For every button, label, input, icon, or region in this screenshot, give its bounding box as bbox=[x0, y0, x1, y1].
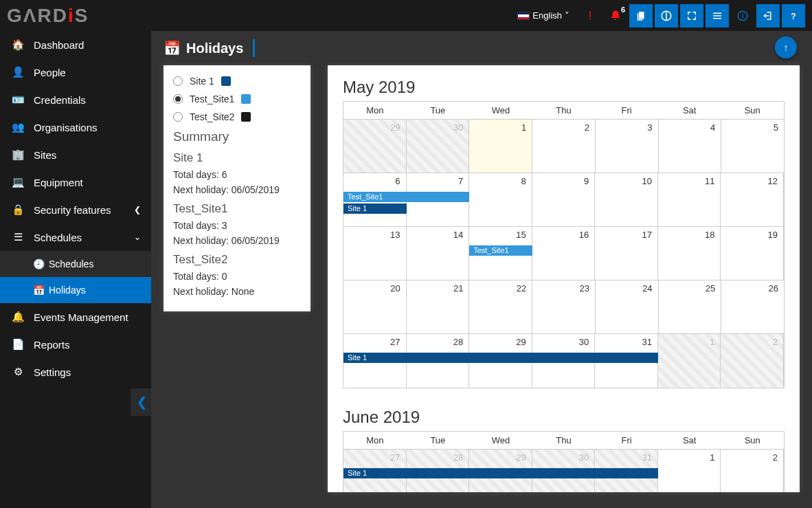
bell-icon bbox=[609, 10, 622, 22]
calendar-cell[interactable]: 2 bbox=[532, 120, 596, 173]
nav-schedules[interactable]: ☰Schedules⌄ bbox=[0, 223, 151, 251]
calendar-cell[interactable]: 21 bbox=[407, 280, 470, 333]
summary-total: Total days: 3 bbox=[173, 220, 301, 231]
nav-security[interactable]: 🔒Security features❮ bbox=[0, 196, 151, 223]
day-header: Sun bbox=[721, 432, 784, 449]
day-number: 1 bbox=[710, 337, 714, 347]
calendar-event[interactable]: Site 1 bbox=[343, 353, 658, 363]
calendar-cell[interactable]: 22 bbox=[469, 280, 532, 333]
user-icon: 👤 bbox=[10, 66, 25, 78]
day-number: 23 bbox=[579, 283, 589, 294]
nav-label: Credentials bbox=[34, 94, 86, 106]
flag-icon bbox=[517, 12, 530, 20]
nav-label: Organisations bbox=[34, 122, 98, 133]
site-label: Test_Site2 bbox=[190, 111, 234, 122]
calendar-cell[interactable]: 13 bbox=[343, 227, 407, 280]
summary-total: Total days: 0 bbox=[173, 271, 301, 282]
nav-credentials[interactable]: 🪪Credentials bbox=[0, 86, 151, 113]
calendar-cell[interactable]: 11 bbox=[658, 173, 721, 226]
sidebar: 🏠Dashboard 👤People 🪪Credentials 👥Organis… bbox=[0, 31, 151, 508]
calendar-event[interactable]: Test_Site1 bbox=[469, 245, 532, 256]
day-number: 2 bbox=[585, 122, 589, 133]
svg-text:?: ? bbox=[791, 11, 796, 21]
calendar-event[interactable]: Test_Site1 bbox=[343, 192, 469, 202]
calendar-event[interactable]: Site 1 bbox=[343, 203, 407, 214]
calendar-cell[interactable]: 24 bbox=[596, 280, 659, 333]
menu-button[interactable] bbox=[706, 4, 729, 27]
day-header: Wed bbox=[469, 102, 532, 119]
day-number: 28 bbox=[453, 452, 463, 463]
calendar-grid: MonTueWedThuFriSatSun2930123456789101112… bbox=[343, 101, 785, 388]
nav-settings[interactable]: ⚙Settings bbox=[0, 358, 151, 386]
calendar-cell[interactable]: 29 bbox=[343, 120, 407, 173]
site-option-0[interactable]: Site 1 bbox=[173, 76, 301, 87]
calendar-cell[interactable]: 1 bbox=[658, 450, 721, 492]
nav-label: Dashboard bbox=[34, 39, 84, 51]
calendar-event[interactable]: Site 1 bbox=[343, 468, 658, 478]
summary-next: Next holiday: 06/05/2019 bbox=[173, 184, 301, 195]
help-button[interactable]: ? bbox=[782, 4, 805, 27]
sidebar-collapse-button[interactable]: ❮ bbox=[131, 388, 153, 416]
calendar-panel[interactable]: May 2019MonTueWedThuFriSatSun29301234567… bbox=[328, 65, 800, 492]
day-number: 4 bbox=[710, 122, 715, 133]
site-option-2[interactable]: Test_Site2 bbox=[173, 111, 301, 122]
calendar-cell[interactable]: 30 bbox=[407, 120, 470, 173]
calendar-cell[interactable]: 5 bbox=[721, 120, 784, 173]
scroll-top-button[interactable]: ↑ bbox=[775, 36, 797, 58]
calendar-cell[interactable]: 14 bbox=[407, 227, 470, 280]
nav-organisations[interactable]: 👥Organisations bbox=[0, 113, 151, 141]
calendar-cell[interactable]: 2 bbox=[721, 334, 784, 388]
nav-equipment[interactable]: 💻Equipment bbox=[0, 168, 151, 196]
topbar: GΛRDiS English ˅ 6 ? bbox=[0, 0, 812, 31]
day-number: 13 bbox=[390, 230, 400, 240]
nav-reports[interactable]: 📄Reports bbox=[0, 331, 151, 358]
language-selector[interactable]: English ˅ bbox=[517, 10, 569, 21]
calendar-cell[interactable]: 19 bbox=[721, 227, 784, 280]
calendar-cell[interactable]: 17 bbox=[595, 227, 658, 280]
page-title: 📅 Holidays bbox=[163, 39, 255, 57]
topbar-right: English ˅ 6 ? bbox=[517, 4, 805, 27]
info-button[interactable] bbox=[731, 4, 754, 27]
nav-sites[interactable]: 🏢Sites bbox=[0, 141, 151, 168]
calendar-cell[interactable]: 3 bbox=[596, 120, 659, 173]
nav-people[interactable]: 👤People bbox=[0, 58, 151, 86]
page-header: 📅 Holidays ↑ bbox=[151, 31, 812, 65]
calendar-cell[interactable]: 20 bbox=[343, 280, 407, 333]
calendar-cell[interactable]: 4 bbox=[659, 120, 722, 173]
day-number: 7 bbox=[458, 176, 463, 186]
nav-label: Equipment bbox=[34, 177, 83, 188]
copy-button[interactable] bbox=[629, 4, 653, 27]
calendar-cell[interactable]: 25 bbox=[659, 280, 722, 333]
day-number: 17 bbox=[642, 230, 651, 240]
calendar-cell[interactable]: 10 bbox=[595, 173, 658, 226]
summary-site-title: Test_Site1 bbox=[173, 202, 301, 216]
calendar-cell[interactable]: 2 bbox=[721, 450, 784, 492]
notifications-button[interactable]: 6 bbox=[604, 4, 627, 27]
day-header: Sat bbox=[658, 432, 721, 449]
fullscreen-button[interactable] bbox=[680, 4, 703, 27]
calendar-cell[interactable]: 12 bbox=[721, 173, 784, 226]
calendar-cell[interactable]: 16 bbox=[532, 227, 596, 280]
day-number: 8 bbox=[521, 176, 526, 186]
calendar-cell[interactable]: 1 bbox=[469, 120, 532, 173]
calendar-week: 272829303112Site 1 bbox=[343, 334, 784, 388]
day-number: 27 bbox=[390, 337, 400, 347]
calendar-cell[interactable]: 1 bbox=[658, 334, 721, 388]
day-header: Mon bbox=[343, 102, 407, 119]
day-number: 27 bbox=[390, 452, 400, 463]
nav-events[interactable]: 🔔Events Management bbox=[0, 303, 151, 331]
calendar-cell[interactable]: 18 bbox=[658, 227, 721, 280]
contrast-button[interactable] bbox=[655, 4, 678, 27]
calendar-cell[interactable]: 23 bbox=[532, 280, 596, 333]
subnav-holidays[interactable]: 📅Holidays bbox=[0, 277, 151, 303]
calendar-cell[interactable]: 26 bbox=[721, 280, 784, 333]
chevron-left-icon: ❮ bbox=[137, 395, 147, 410]
subnav-schedules[interactable]: 🕘Schedules bbox=[0, 251, 151, 277]
nav-dashboard[interactable]: 🏠Dashboard bbox=[0, 31, 151, 58]
logout-button[interactable] bbox=[756, 4, 780, 27]
alert-button[interactable] bbox=[578, 4, 602, 27]
site-option-1[interactable]: Test_Site1 bbox=[173, 93, 301, 104]
calendar-cell[interactable]: 8 bbox=[469, 173, 532, 226]
nav-label: Sites bbox=[34, 149, 56, 161]
calendar-cell[interactable]: 9 bbox=[532, 173, 596, 226]
